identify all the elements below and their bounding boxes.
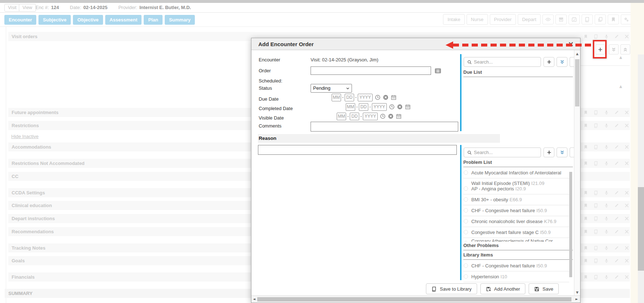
- bookmark-icon[interactable]: [583, 190, 588, 195]
- library-book-icon[interactable]: [594, 190, 598, 195]
- edit-pencil-icon[interactable]: [614, 216, 619, 221]
- library-book-icon[interactable]: [594, 161, 598, 166]
- problem-radio[interactable]: [464, 197, 468, 202]
- microphone-icon[interactable]: [604, 145, 609, 149]
- problem-radio[interactable]: [464, 241, 468, 242]
- delete-x-icon[interactable]: [624, 110, 629, 115]
- library-book-icon[interactable]: [594, 216, 598, 221]
- dialog-horizontal-scrollbar[interactable]: ◄ ►: [251, 295, 580, 303]
- problem-radio[interactable]: [464, 230, 468, 234]
- soap-tab[interactable]: Encounter: [4, 15, 36, 25]
- microphone-icon[interactable]: [604, 246, 609, 250]
- microphone-icon[interactable]: [604, 190, 609, 195]
- clock-icon[interactable]: [375, 94, 381, 100]
- problem-list-item[interactable]: Acute Myocardial Infarction of Anterolat…: [463, 167, 569, 178]
- collapse-arrow[interactable]: ▲: [619, 84, 622, 88]
- edit-pencil-icon[interactable]: [614, 145, 619, 149]
- soap-tab[interactable]: Summary: [165, 15, 195, 25]
- library-book-icon[interactable]: [594, 203, 598, 208]
- header-icon-button[interactable]: [595, 15, 606, 24]
- library-book-icon[interactable]: [594, 246, 598, 250]
- calendar-icon[interactable]: [391, 94, 397, 100]
- bookmark-icon[interactable]: [583, 203, 588, 208]
- edit-pencil-icon[interactable]: [614, 203, 619, 208]
- bookmark-icon[interactable]: [583, 275, 588, 279]
- soap-tab[interactable]: Plan: [144, 15, 162, 25]
- problem-list-item[interactable]: BMI 30+ - obesityE66.9: [463, 194, 569, 205]
- problem-list-item[interactable]: Chronic nonalcoholic liver diseaseK76.9: [463, 216, 569, 227]
- header-icon-button[interactable]: [542, 15, 554, 24]
- delete-x-icon[interactable]: [624, 190, 629, 195]
- problem-radio[interactable]: [464, 186, 468, 191]
- library-book-icon[interactable]: [594, 275, 598, 279]
- problem-list-item[interactable]: CHF - Congestive heart failureI50.9: [463, 205, 569, 216]
- due-add-button[interactable]: [543, 57, 554, 67]
- problem-radio[interactable]: [464, 208, 468, 213]
- clear-date-icon[interactable]: [383, 94, 389, 100]
- library-book-icon[interactable]: [594, 110, 598, 115]
- scroll-left-arrow[interactable]: ◄: [253, 297, 255, 301]
- expand-all-button[interactable]: [609, 44, 619, 54]
- problem-search-input[interactable]: [474, 148, 539, 157]
- header-icon-button[interactable]: [608, 15, 619, 24]
- microphone-icon[interactable]: [604, 161, 609, 166]
- delete-x-icon[interactable]: [624, 216, 629, 221]
- clear-date-icon[interactable]: [388, 113, 394, 119]
- delete-x-icon[interactable]: [624, 34, 629, 39]
- microphone-icon[interactable]: [604, 203, 609, 208]
- delete-x-icon[interactable]: [624, 258, 629, 263]
- day-input[interactable]: [350, 113, 359, 120]
- stage-button[interactable]: Provider: [490, 14, 516, 25]
- month-input[interactable]: [337, 113, 346, 120]
- soap-tab[interactable]: Subjective: [38, 15, 71, 25]
- delete-x-icon[interactable]: [624, 275, 629, 279]
- stage-button[interactable]: Nurse: [467, 14, 488, 25]
- bookmark-icon[interactable]: [583, 258, 588, 263]
- library-radio[interactable]: [464, 263, 468, 268]
- problem-list-item[interactable]: Congestive heart failure stage CI50.9: [463, 227, 569, 238]
- clear-date-icon[interactable]: [397, 104, 403, 110]
- clock-icon[interactable]: [389, 104, 395, 110]
- library-book-icon[interactable]: [594, 258, 598, 263]
- collapse-all-button[interactable]: [620, 44, 630, 54]
- status-select[interactable]: Pending: [311, 84, 352, 93]
- library-radio[interactable]: [464, 274, 468, 279]
- bookmark-icon[interactable]: [583, 246, 588, 250]
- scroll-right-arrow[interactable]: ►: [575, 297, 578, 301]
- delete-x-icon[interactable]: [624, 145, 629, 149]
- library-list-item[interactable]: CHF - Congestive heart failureI50.9: [463, 260, 569, 271]
- day-input[interactable]: [345, 94, 354, 101]
- dialog-hscroll-thumb[interactable]: [257, 297, 571, 302]
- calendar-icon[interactable]: [405, 104, 411, 110]
- month-input[interactable]: [332, 94, 341, 101]
- library-book-icon[interactable]: [594, 229, 598, 234]
- due-expand-button[interactable]: [557, 57, 567, 67]
- year-input[interactable]: [363, 113, 378, 120]
- problem-radio[interactable]: [464, 170, 468, 175]
- delete-x-icon[interactable]: [624, 229, 629, 234]
- bookmark-icon[interactable]: [583, 123, 588, 128]
- stage-button[interactable]: Depart: [518, 14, 541, 25]
- dialog-vertical-scrollbar[interactable]: ▲ ▼: [574, 50, 580, 296]
- bookmark-icon[interactable]: [583, 216, 588, 221]
- edit-pencil-icon[interactable]: [614, 123, 619, 128]
- header-icon-button[interactable]: [569, 15, 580, 24]
- view-button[interactable]: View: [19, 4, 36, 12]
- problem-list-item[interactable]: Coronary Atherosclerosis of Native Cor: [463, 238, 569, 242]
- scroll-down-arrow[interactable]: ▼: [574, 291, 580, 294]
- microphone-icon[interactable]: [604, 123, 609, 128]
- delete-x-icon[interactable]: [624, 161, 629, 166]
- visit-button[interactable]: Visit: [4, 4, 20, 12]
- reason-input[interactable]: [258, 145, 457, 155]
- comments-input[interactable]: [311, 122, 458, 132]
- dialog-vscroll-thumb[interactable]: [575, 59, 579, 106]
- soap-tab[interactable]: Assessment: [105, 15, 142, 25]
- month-input[interactable]: [346, 103, 355, 111]
- edit-pencil-icon[interactable]: [614, 229, 619, 234]
- day-input[interactable]: [359, 103, 368, 111]
- microphone-icon[interactable]: [604, 275, 609, 279]
- bookmark-icon[interactable]: [583, 110, 588, 115]
- bookmark-icon[interactable]: [583, 145, 588, 149]
- problem-expand-button[interactable]: [557, 148, 567, 157]
- microphone-icon[interactable]: [604, 229, 609, 234]
